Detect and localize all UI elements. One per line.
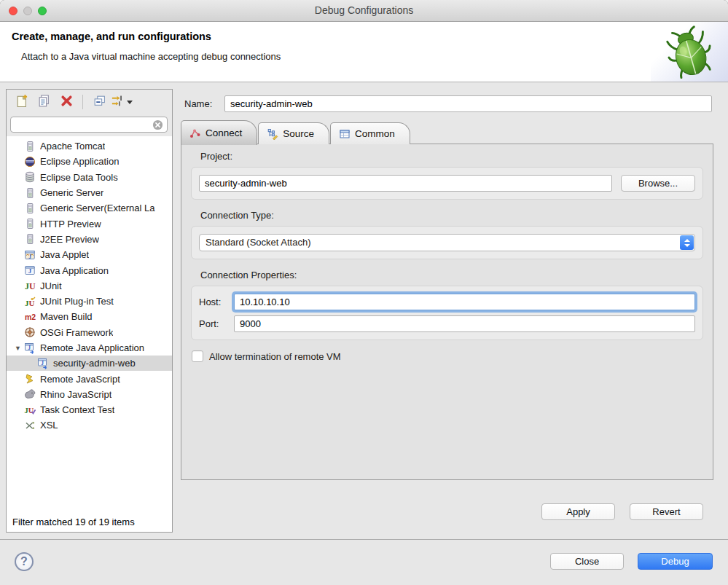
tree-item-eclipse-application[interactable]: Eclipse Application: [7, 154, 172, 169]
allow-termination-label: Allow termination of remote VM: [209, 351, 341, 362]
tree-item-apache-tomcat[interactable]: Apache Tomcat: [7, 138, 172, 154]
server-icon: [24, 141, 36, 152]
filter-input[interactable]: [10, 117, 168, 133]
common-icon: [339, 128, 351, 140]
tree-item-rhino-javascript[interactable]: Rhino JavaScript: [7, 387, 172, 402]
tree-item-label: XSL: [40, 420, 58, 431]
allow-termination-checkbox[interactable]: [192, 350, 203, 362]
close-button[interactable]: Close: [550, 553, 624, 570]
task-context-icon: JU: [24, 404, 36, 416]
tree-item-j2ee-preview[interactable]: J2EE Preview: [7, 232, 172, 247]
collapse-all-button[interactable]: [90, 93, 109, 111]
tree-item-generic-server-external-la[interactable]: Generic Server(External La: [7, 200, 172, 216]
filter-row: [7, 114, 172, 136]
tree-item-maven-build[interactable]: m2Maven Build: [7, 309, 172, 324]
browse-button[interactable]: Browse...: [621, 175, 695, 192]
apply-button[interactable]: Apply: [541, 503, 615, 520]
dialog-header: Create, manage, and run configurations A…: [0, 22, 728, 82]
host-label: Host:: [199, 297, 234, 307]
delete-configuration-button[interactable]: [57, 93, 76, 111]
tree-item-java-applet[interactable]: JJava Applet: [7, 247, 172, 262]
filter-config-icon: [111, 94, 125, 110]
remote-java-icon: J: [37, 358, 50, 369]
configuration-editor: Name: ConnectSourceCommon Project: Brows…: [181, 82, 713, 539]
tree-item-label: Eclipse Data Tools: [40, 172, 118, 183]
svg-text:U: U: [29, 281, 36, 291]
tree-item-label: Rhino JavaScript: [40, 389, 111, 400]
sidebar-toolbar: [7, 90, 172, 114]
svg-text:J: J: [28, 345, 31, 351]
debug-button[interactable]: Debug: [638, 553, 713, 570]
tree-item-label: Eclipse Application: [40, 156, 119, 167]
rhino-icon: [24, 388, 36, 400]
connection-type-value: Standard (Socket Attach): [206, 237, 311, 248]
port-label: Port:: [199, 318, 234, 329]
tree-item-xsl[interactable]: XSL: [7, 417, 172, 433]
tab-label: Source: [283, 128, 314, 139]
tree-item-label: Generic Server(External La: [40, 203, 155, 213]
new-configuration-button[interactable]: [12, 93, 31, 111]
tree-item-http-preview[interactable]: HTTP Preview: [7, 216, 172, 231]
connection-type-select[interactable]: Standard (Socket Attach): [199, 234, 695, 251]
tree-item-label: security-admin-web: [53, 358, 136, 369]
junit-plugin-icon: JU: [24, 296, 36, 307]
tab-label: Common: [355, 128, 395, 139]
debug-configurations-dialog: Debug Configurations Create, manage, and…: [0, 0, 728, 585]
tree-item-java-application[interactable]: JJava Application: [7, 262, 172, 278]
java-app-icon: J: [24, 264, 36, 276]
server-icon: [24, 203, 36, 214]
port-input[interactable]: [234, 315, 695, 332]
name-input[interactable]: [224, 95, 712, 112]
tree-item-task-context-test[interactable]: JUTask Context Test: [7, 402, 172, 417]
duplicate-configuration-button[interactable]: [34, 93, 53, 111]
tree-item-osgi-framework[interactable]: OSGi Framework: [7, 325, 172, 340]
project-input[interactable]: [199, 175, 612, 192]
expander-icon[interactable]: ▼: [12, 345, 24, 352]
collapse-all-icon: [93, 94, 106, 110]
tree-item-label: Java Applet: [40, 249, 89, 260]
revert-button[interactable]: Revert: [630, 503, 703, 520]
java-applet-icon: J: [24, 249, 36, 261]
configurations-panel: Apache TomcatEclipse ApplicationEclipse …: [6, 89, 173, 533]
tree-item-security-admin-web[interactable]: Jsecurity-admin-web: [7, 356, 172, 371]
connect-tab-panel: Project: Browse... Connection Type: Stan…: [181, 144, 713, 480]
tab-source[interactable]: Source: [258, 122, 329, 144]
header-title: Create, manage, and run configurations: [12, 31, 211, 42]
titlebar: Debug Configurations: [0, 0, 728, 22]
eclipse-icon: [24, 156, 36, 168]
clear-filter-icon[interactable]: [152, 119, 163, 130]
tree-item-generic-server[interactable]: Generic Server: [7, 185, 172, 200]
remote-js-icon: [24, 373, 36, 385]
project-group: Browse...: [191, 167, 703, 200]
tree-item-label: Apache Tomcat: [40, 141, 105, 152]
tree-item-eclipse-data-tools[interactable]: Eclipse Data Tools: [7, 170, 172, 185]
select-stepper-icon: [680, 235, 694, 250]
database-icon: [24, 171, 36, 183]
tab-label: Connect: [206, 127, 242, 138]
delete-config-icon: [60, 94, 74, 110]
svg-text:J: J: [28, 267, 32, 275]
tab-common[interactable]: Common: [330, 122, 410, 144]
xsl-icon: [24, 420, 36, 431]
tree-item-label: Generic Server: [40, 187, 103, 198]
tree-item-remote-javascript[interactable]: Remote JavaScript: [7, 371, 172, 386]
help-button[interactable]: ?: [15, 552, 34, 571]
host-input[interactable]: [234, 294, 695, 310]
filter-launch-configurations-button[interactable]: [112, 93, 131, 111]
tree-item-label: HTTP Preview: [40, 219, 101, 229]
connect-icon: [189, 127, 201, 139]
new-config-icon: [15, 94, 28, 110]
apply-revert-row: Apply Revert: [541, 503, 703, 520]
server-icon: [24, 218, 36, 229]
tree-item-label: Remote JavaScript: [40, 374, 120, 385]
tree-item-label: JUnit Plug-in Test: [40, 296, 114, 307]
tree-item-junit-plug-in-test[interactable]: JUJUnit Plug-in Test: [7, 294, 172, 309]
project-label: Project:: [200, 151, 713, 162]
server-icon: [24, 233, 36, 245]
tree-item-remote-java-application[interactable]: ▼JRemote Java Application: [7, 340, 172, 356]
connection-type-label: Connection Type:: [200, 210, 713, 221]
tab-connect[interactable]: Connect: [181, 120, 257, 145]
tree-item-label: JUnit: [40, 280, 62, 291]
tree-item-junit[interactable]: JUJUnit: [7, 278, 172, 294]
source-icon: [267, 128, 278, 140]
